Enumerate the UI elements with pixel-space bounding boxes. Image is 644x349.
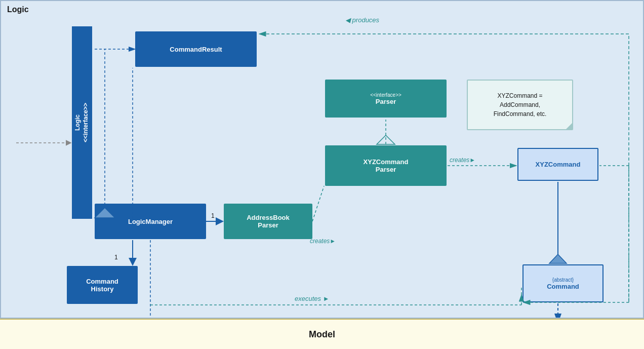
note-box: XYZCommand =AddCommand,FindCommand, etc. bbox=[467, 80, 573, 130]
command-result-box: CommandResult bbox=[135, 31, 257, 67]
addressbook-parser-box: AddressBookParser bbox=[224, 204, 312, 239]
svg-text:1: 1 bbox=[114, 254, 118, 261]
svg-text:creates►: creates► bbox=[450, 157, 475, 164]
svg-text:executes ►: executes ► bbox=[295, 295, 330, 302]
main-container: Logic <<interface>>Logic CommandResult <… bbox=[0, 0, 644, 349]
svg-text:◀ produces: ◀ produces bbox=[345, 16, 380, 24]
svg-text:creates►: creates► bbox=[310, 238, 336, 245]
xyz-command-box: XYZCommand bbox=[517, 148, 598, 181]
svg-line-17 bbox=[312, 186, 324, 221]
interface-parser-box: <<interface>> Parser bbox=[325, 80, 447, 118]
logic-title: Logic bbox=[7, 5, 29, 14]
interface-logic-box: <<interface>>Logic bbox=[72, 26, 92, 219]
svg-marker-20 bbox=[377, 135, 395, 144]
xyz-command-parser-box: XYZCommandParser bbox=[325, 145, 447, 186]
model-bar: Model bbox=[0, 319, 644, 349]
svg-text:1: 1 bbox=[211, 212, 215, 219]
command-history-box: CommandHistory bbox=[67, 266, 138, 304]
svg-marker-24 bbox=[549, 254, 567, 263]
abstract-command-box: {abstract} Command bbox=[522, 264, 603, 302]
diagram-area: Logic <<interface>>Logic CommandResult <… bbox=[0, 0, 644, 319]
model-label: Model bbox=[309, 329, 335, 340]
logic-manager-box: LogicManager bbox=[95, 204, 206, 239]
